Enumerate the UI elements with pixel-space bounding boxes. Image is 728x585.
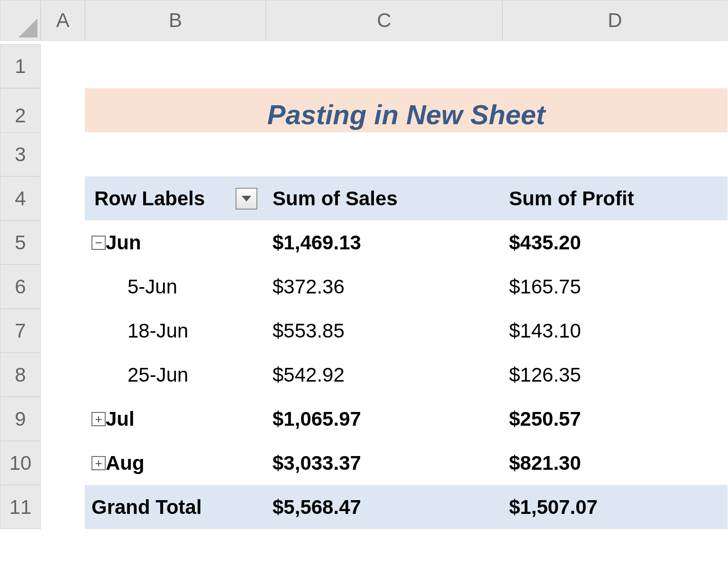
pivot-grand-total-profit[interactable]: $1,507.07 — [502, 485, 728, 529]
cell-B3[interactable] — [85, 132, 266, 176]
pivot-group-jun[interactable]: − Jun — [85, 220, 266, 265]
pivot-25jun-profit[interactable]: $126.35 — [502, 353, 728, 397]
cell-C1[interactable] — [266, 44, 502, 88]
pivot-jul-sales[interactable]: $1,065.97 — [266, 397, 502, 441]
col-header-D[interactable]: D — [502, 0, 728, 41]
pivot-item-18jun[interactable]: 18-Jun — [85, 309, 266, 353]
group-label: Aug — [106, 452, 145, 475]
cell-A9[interactable] — [41, 397, 85, 441]
cell-A7[interactable] — [41, 309, 85, 353]
cell-A8[interactable] — [41, 353, 85, 397]
pivot-5jun-sales[interactable]: $372.36 — [266, 265, 502, 309]
pivot-18jun-sales[interactable]: $553.85 — [266, 309, 502, 353]
pivot-jun-profit[interactable]: $435.20 — [502, 220, 728, 265]
pivot-header-sum-profit[interactable]: Sum of Profit — [502, 176, 728, 220]
row-labels-text: Row Labels — [94, 187, 205, 210]
expand-icon[interactable]: + — [91, 412, 106, 426]
cell-A11[interactable] — [41, 485, 85, 529]
row-header-6[interactable]: 6 — [0, 265, 41, 309]
cell-D3[interactable] — [502, 132, 728, 176]
pivot-jul-profit[interactable]: $250.57 — [502, 397, 728, 441]
chevron-down-icon — [241, 195, 252, 202]
expand-icon[interactable]: + — [91, 456, 106, 470]
pivot-aug-sales[interactable]: $3,033.37 — [266, 441, 502, 485]
cell-A6[interactable] — [41, 265, 85, 309]
cell-D1[interactable] — [502, 44, 728, 88]
cell-A1[interactable] — [41, 44, 85, 88]
spreadsheet-grid: A B C D 1 2 Pasting in New Sheet 3 4 Row… — [0, 0, 728, 529]
collapse-icon[interactable]: − — [91, 236, 106, 250]
filter-dropdown-button[interactable] — [236, 188, 257, 210]
row-header-10[interactable]: 10 — [0, 441, 41, 485]
group-label: Jul — [106, 408, 135, 430]
pivot-group-aug[interactable]: + Aug — [85, 441, 266, 485]
pivot-item-5jun[interactable]: 5-Jun — [85, 265, 266, 309]
col-header-C[interactable]: C — [266, 0, 502, 41]
row-header-5[interactable]: 5 — [0, 220, 41, 265]
col-header-A[interactable]: A — [41, 0, 85, 41]
group-label: Jun — [106, 231, 141, 254]
cell-C3[interactable] — [266, 132, 502, 176]
row-header-3[interactable]: 3 — [0, 132, 41, 176]
row-header-9[interactable]: 9 — [0, 397, 41, 441]
row-header-7[interactable]: 7 — [0, 309, 41, 353]
svg-marker-0 — [242, 196, 251, 201]
pivot-5jun-profit[interactable]: $165.75 — [502, 265, 728, 309]
pivot-aug-profit[interactable]: $821.30 — [502, 441, 728, 485]
pivot-header-row-labels[interactable]: Row Labels — [85, 176, 266, 220]
cell-A10[interactable] — [41, 441, 85, 485]
cell-A4[interactable] — [41, 176, 85, 220]
pivot-18jun-profit[interactable]: $143.10 — [502, 309, 728, 353]
cell-A3[interactable] — [41, 132, 85, 176]
row-header-8[interactable]: 8 — [0, 353, 41, 397]
col-header-B[interactable]: B — [85, 0, 266, 41]
pivot-25jun-sales[interactable]: $542.92 — [266, 353, 502, 397]
select-all-corner[interactable] — [0, 0, 41, 41]
pivot-header-sum-sales[interactable]: Sum of Sales — [266, 176, 502, 220]
row-header-1[interactable]: 1 — [0, 44, 41, 88]
row-header-4[interactable]: 4 — [0, 176, 41, 220]
pivot-item-25jun[interactable]: 25-Jun — [85, 353, 266, 397]
pivot-grand-total-sales[interactable]: $5,568.47 — [266, 485, 502, 529]
cell-B1[interactable] — [85, 44, 266, 88]
row-header-11[interactable]: 11 — [0, 485, 41, 529]
cell-A5[interactable] — [41, 220, 85, 265]
pivot-group-jul[interactable]: + Jul — [85, 397, 266, 441]
pivot-grand-total-label[interactable]: Grand Total — [85, 485, 266, 529]
pivot-jun-sales[interactable]: $1,469.13 — [266, 220, 502, 265]
